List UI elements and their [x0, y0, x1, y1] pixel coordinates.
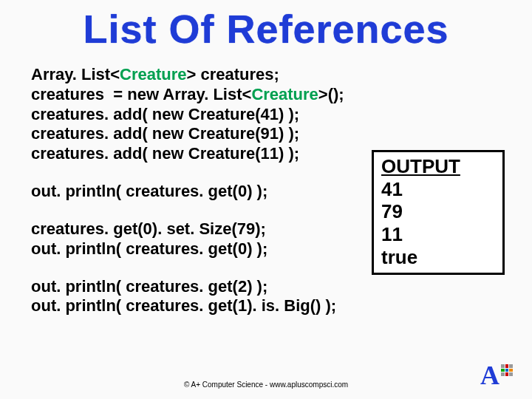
code-line-4: creatures. add( new Creature(91) ); — [31, 124, 517, 144]
plus-icon — [501, 364, 513, 376]
output-box: OUTPUT 41 79 11 true — [372, 150, 505, 275]
output-value-1: 41 — [381, 178, 495, 201]
code-line-2: creatures = new Array. List<Creature>(); — [31, 85, 517, 105]
code-line-1: Array. List<Creature> creatures; — [31, 65, 517, 85]
output-value-3: 11 — [381, 223, 495, 246]
output-value-2: 79 — [381, 200, 495, 223]
output-header: OUTPUT — [381, 155, 495, 178]
output-value-4: true — [381, 246, 495, 269]
code-line-3: creatures. add( new Creature(41) ); — [31, 105, 517, 125]
logo-letter: A — [480, 360, 499, 391]
footer-copyright: © A+ Computer Science - www.apluscompsci… — [0, 381, 532, 389]
code-line-10: out. println( creatures. get(1). is. Big… — [31, 296, 517, 316]
aplus-logo: A — [480, 359, 522, 392]
code-line-9: out. println( creatures. get(2) ); — [31, 277, 517, 297]
slide-title: List Of References — [0, 6, 532, 52]
